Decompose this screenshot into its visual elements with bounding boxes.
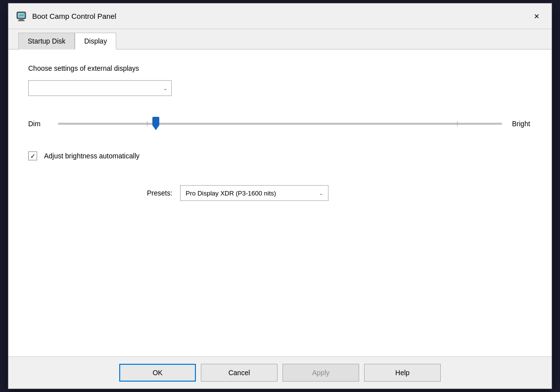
tab-display[interactable]: Display — [75, 33, 116, 49]
footer: OK Cancel Apply Help — [8, 356, 552, 389]
svg-rect-2 — [18, 20, 25, 21]
close-button[interactable]: ✕ — [529, 8, 545, 24]
auto-brightness-checkbox[interactable]: ✓ — [28, 151, 37, 160]
apply-button[interactable]: Apply — [282, 364, 359, 382]
slider-tick-right — [457, 121, 458, 126]
window-title: Boot Camp Control Panel — [32, 12, 116, 20]
display-dropdown[interactable]: ⌄ — [28, 80, 172, 96]
tabs-bar: Startup Disk Display — [8, 29, 552, 49]
content-area: Choose settings of external displays ⌄ D… — [8, 49, 552, 356]
presets-dropdown-value: Pro Display XDR (P3-1600 nits) — [186, 190, 276, 197]
app-icon — [15, 10, 27, 22]
slider-track — [58, 123, 502, 125]
slider-thumb[interactable] — [151, 117, 160, 131]
title-bar: Boot Camp Control Panel ✕ — [8, 3, 552, 29]
slider-tick-left — [147, 121, 147, 126]
presets-dropdown[interactable]: Pro Display XDR (P3-1600 nits) ⌄ — [180, 185, 328, 201]
checkbox-row: ✓ Adjust brightness automatically — [28, 151, 532, 160]
main-window: Boot Camp Control Panel ✕ Startup Disk D… — [8, 3, 552, 389]
title-bar-left: Boot Camp Control Panel — [15, 10, 116, 22]
chevron-down-icon: ⌄ — [163, 86, 167, 91]
brightness-row: Dim Bright — [28, 114, 532, 134]
tab-startup-disk[interactable]: Startup Disk — [18, 33, 75, 49]
presets-label: Presets: — [147, 189, 172, 197]
checkbox-label: Adjust brightness automatically — [44, 152, 140, 160]
svg-rect-4 — [152, 117, 159, 126]
presets-chevron-down-icon: ⌄ — [319, 191, 323, 196]
brightness-slider-container — [58, 114, 502, 134]
section-label: Choose settings of external displays — [28, 64, 532, 72]
svg-marker-5 — [152, 125, 159, 130]
help-button[interactable]: Help — [364, 364, 441, 382]
dim-label: Dim — [28, 120, 48, 128]
display-dropdown-row: ⌄ — [28, 80, 532, 96]
checkmark-icon: ✓ — [30, 153, 36, 159]
cancel-button[interactable]: Cancel — [201, 364, 278, 382]
ok-button[interactable]: OK — [119, 364, 196, 382]
bright-label: Bright — [512, 120, 532, 128]
presets-row: Presets: Pro Display XDR (P3-1600 nits) … — [147, 185, 532, 201]
